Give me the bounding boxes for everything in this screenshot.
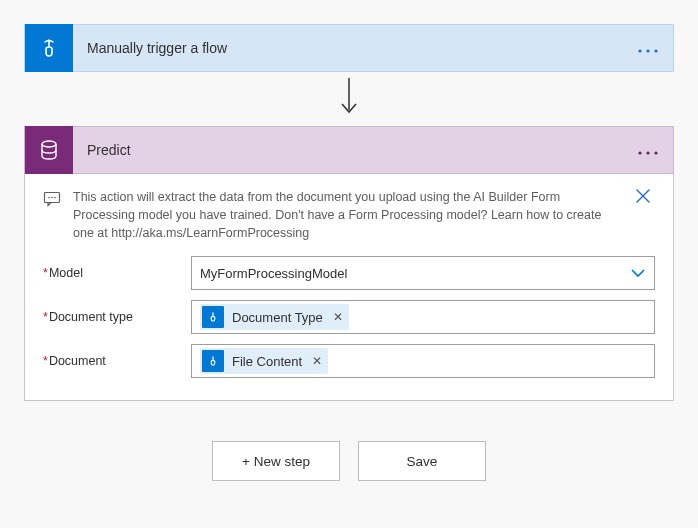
svg-point-9 <box>48 197 50 199</box>
info-text: This action will extract the data from t… <box>73 188 619 242</box>
chevron-down-icon <box>630 266 646 281</box>
flow-connector <box>24 72 674 126</box>
svg-point-6 <box>646 151 649 154</box>
token-remove-icon[interactable]: ✕ <box>331 310 343 324</box>
svg-point-7 <box>654 151 657 154</box>
svg-point-11 <box>54 197 56 199</box>
svg-point-4 <box>42 141 56 147</box>
predict-database-icon <box>25 126 73 174</box>
document-type-field[interactable]: Document Type ✕ <box>191 300 655 334</box>
document-row: *Document File Content ✕ <box>43 344 655 378</box>
predict-header[interactable]: Predict <box>24 126 674 174</box>
trigger-title: Manually trigger a flow <box>73 40 637 56</box>
predict-body: This action will extract the data from t… <box>24 174 674 401</box>
token-label: Document Type <box>232 310 323 325</box>
document-type-label: *Document type <box>43 310 191 324</box>
predict-title: Predict <box>73 142 637 158</box>
document-field[interactable]: File Content ✕ <box>191 344 655 378</box>
svg-point-2 <box>654 49 657 52</box>
info-banner: This action will extract the data from t… <box>43 188 655 242</box>
predict-menu-button[interactable] <box>637 140 673 161</box>
comment-icon <box>43 188 61 211</box>
model-value: MyFormProcessingModel <box>200 266 347 281</box>
trigger-header[interactable]: Manually trigger a flow <box>24 24 674 72</box>
token-remove-icon[interactable]: ✕ <box>310 354 322 368</box>
model-dropdown[interactable]: MyFormProcessingModel <box>191 256 655 290</box>
document-token[interactable]: File Content ✕ <box>200 348 328 374</box>
trigger-menu-button[interactable] <box>637 38 673 59</box>
token-label: File Content <box>232 354 302 369</box>
document-type-token[interactable]: Document Type ✕ <box>200 304 349 330</box>
svg-point-0 <box>638 49 641 52</box>
svg-point-5 <box>638 151 641 154</box>
document-type-row: *Document type Document Type ✕ <box>43 300 655 334</box>
footer-buttons: + New step Save <box>24 441 674 481</box>
model-label: *Model <box>43 266 191 280</box>
flow-trigger-icon <box>202 350 224 372</box>
flow-trigger-icon <box>202 306 224 328</box>
svg-point-10 <box>51 197 53 199</box>
save-button[interactable]: Save <box>358 441 486 481</box>
new-step-button[interactable]: + New step <box>212 441 340 481</box>
svg-point-1 <box>646 49 649 52</box>
manual-trigger-icon <box>25 24 73 72</box>
close-icon[interactable] <box>631 188 655 209</box>
model-row: *Model MyFormProcessingModel <box>43 256 655 290</box>
document-label: *Document <box>43 354 191 368</box>
